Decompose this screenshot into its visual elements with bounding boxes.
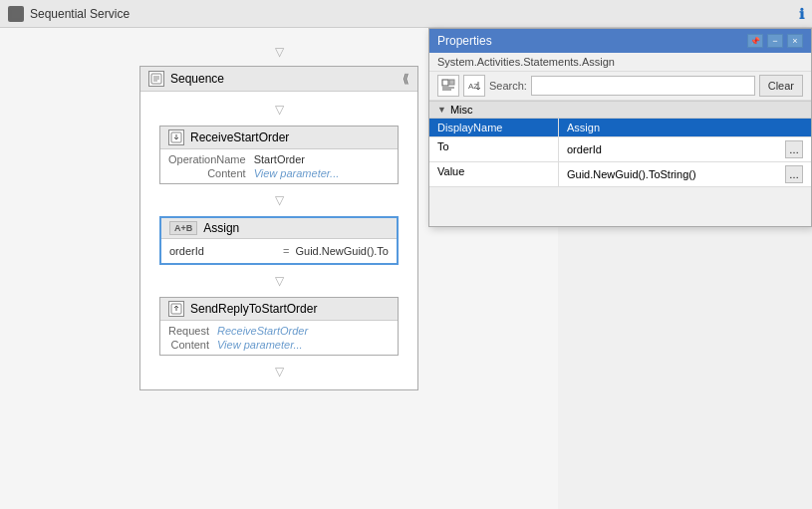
sequence-content: ▽ ReceiveStartOrder OperationName — [140, 92, 417, 389]
send-reply-icon — [168, 301, 184, 317]
content-label-2: Content — [168, 339, 209, 351]
properties-minimize-btn[interactable]: − — [767, 34, 783, 48]
properties-close-btn[interactable]: × — [787, 34, 803, 48]
to-key: To — [429, 137, 559, 161]
title-bar-title: Sequential Service — [30, 7, 130, 21]
value-text: Guid.NewGuid().ToString() — [567, 168, 696, 180]
to-text: orderId — [567, 143, 602, 155]
request-label: Request — [168, 325, 209, 337]
receive-start-order-header: ReceiveStartOrder — [160, 127, 398, 149]
properties-toolbar: AZ Search: Clear — [429, 72, 811, 101]
to-row[interactable]: To orderId … — [429, 137, 811, 162]
value-value: Guid.NewGuid().ToString() … — [559, 162, 811, 186]
title-bar: Sequential Service ℹ — [0, 0, 812, 28]
send-reply-label: SendReplyToStartOrder — [190, 302, 317, 316]
sequence-collapse-btn[interactable]: ⟪ — [403, 72, 409, 86]
properties-panel: Properties 📌 − × System.Activities.State… — [428, 28, 812, 227]
sequence-header-left: Sequence — [148, 71, 224, 87]
properties-title: Properties — [437, 34, 492, 48]
properties-subtitle: System.Activities.Statements.Assign — [429, 53, 811, 72]
misc-section-label: Misc — [450, 104, 473, 116]
properties-pin-btn[interactable]: 📌 — [747, 34, 763, 48]
value-row[interactable]: Value Guid.NewGuid().ToString() … — [429, 162, 811, 187]
value-key: Value — [429, 162, 559, 186]
arrow-down-2: ▽ — [271, 100, 287, 120]
operation-name-value: StartOrder — [254, 153, 390, 165]
receive-start-order-label: ReceiveStartOrder — [190, 130, 289, 144]
svg-text:AZ: AZ — [468, 82, 478, 91]
assign-var: orderId — [169, 245, 277, 257]
assign-equals: = — [283, 245, 289, 257]
receive-start-order-block[interactable]: ReceiveStartOrder OperationName StartOrd… — [159, 126, 399, 184]
arrow-down-5: ▽ — [271, 362, 287, 382]
assign-value: Guid.NewGuid().To — [295, 245, 389, 257]
send-reply-header: SendReplyToStartOrder — [160, 298, 398, 321]
to-ellipsis-btn[interactable]: … — [785, 140, 803, 158]
properties-title-buttons: 📌 − × — [747, 34, 803, 48]
assign-label-text: Assign — [203, 221, 239, 235]
send-reply-body: Request ReceiveStartOrder Content View p… — [160, 321, 398, 355]
sequence-icon — [148, 71, 164, 87]
arrow-down-4: ▽ — [271, 271, 287, 291]
value-ellipsis-btn[interactable]: … — [785, 165, 803, 183]
assign-block[interactable]: A+B Assign orderId = Guid.NewGuid().To — [159, 216, 399, 265]
search-label: Search: — [489, 80, 527, 92]
info-icon: ℹ — [799, 6, 804, 22]
display-name-row[interactable]: DisplayName Assign — [429, 119, 811, 137]
misc-toggle-icon: ▼ — [437, 105, 446, 115]
svg-rect-10 — [442, 80, 448, 86]
content-value-1[interactable]: View parameter... — [254, 167, 390, 179]
receive-start-order-body: OperationName StartOrder Content View pa… — [160, 149, 398, 183]
receive-icon — [168, 129, 184, 145]
search-input[interactable] — [531, 76, 755, 96]
send-reply-block[interactable]: SendReplyToStartOrder Request ReceiveSta… — [159, 297, 399, 356]
title-bar-icon — [8, 6, 24, 22]
sort-categorized-btn[interactable] — [437, 75, 459, 97]
display-name-value: Assign — [559, 119, 811, 136]
properties-title-bar: Properties 📌 − × — [429, 29, 811, 53]
display-name-text: Assign — [567, 122, 600, 133]
sort-alpha-btn[interactable]: AZ — [463, 75, 485, 97]
assign-header: A+B Assign — [161, 218, 397, 239]
display-name-key: DisplayName — [429, 119, 559, 136]
sequence-label: Sequence — [170, 72, 224, 86]
assign-badge: A+B — [169, 221, 197, 235]
misc-section-header[interactable]: ▼ Misc — [429, 101, 811, 119]
content-value-2[interactable]: View parameter... — [217, 339, 390, 351]
clear-button[interactable]: Clear — [759, 75, 803, 97]
assign-body: orderId = Guid.NewGuid().To — [161, 239, 397, 263]
sequence-box: Sequence ⟪ ▽ Recei — [139, 66, 418, 390]
request-value: ReceiveStartOrder — [217, 325, 390, 337]
properties-table: ▼ Misc DisplayName Assign To orderId … V… — [429, 101, 811, 187]
arrow-down-1: ▽ — [271, 42, 287, 62]
to-value: orderId … — [559, 137, 811, 161]
content-label-1: Content — [168, 167, 246, 179]
arrow-down-3: ▽ — [271, 190, 287, 210]
svg-rect-11 — [449, 80, 454, 85]
sequence-header: Sequence ⟪ — [140, 67, 417, 92]
operation-name-label: OperationName — [168, 153, 246, 165]
